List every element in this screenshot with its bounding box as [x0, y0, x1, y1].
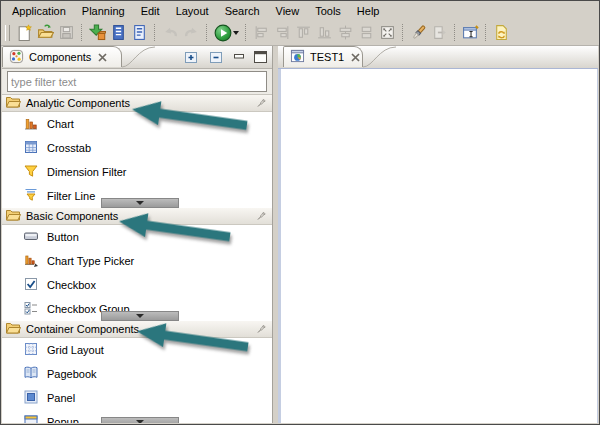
components-tab[interactable]: Components	[2, 46, 122, 67]
align-center-icon	[335, 22, 356, 43]
rename-icon[interactable]	[460, 22, 481, 43]
menu-layout[interactable]: Layout	[168, 3, 217, 19]
editor-tab-row: TEST1	[278, 46, 598, 69]
close-icon[interactable]	[98, 53, 107, 62]
toolbar-separator	[485, 24, 487, 41]
open-folder-icon	[5, 95, 21, 111]
checkbox-group-icon	[23, 300, 39, 318]
toolbar-drag-handle[interactable]	[5, 25, 10, 41]
scroll-down-button[interactable]	[101, 198, 179, 208]
checkbox-icon	[23, 276, 39, 294]
menu-edit[interactable]: Edit	[133, 3, 168, 19]
align-top-icon	[293, 22, 314, 43]
minimize-icon[interactable]	[233, 52, 245, 62]
components-palette-icon	[9, 49, 24, 66]
regenerate-file-icon[interactable]	[491, 22, 512, 43]
run-icon[interactable]	[212, 22, 233, 43]
editor-tab-label: TEST1	[310, 51, 344, 63]
filter-line-icon	[23, 187, 39, 205]
menu-help[interactable]: Help	[349, 3, 388, 19]
components-panel: Components Analytic Components	[2, 46, 273, 423]
palette-item-label: Popup	[47, 416, 79, 423]
toolbar-separator	[154, 24, 156, 41]
pin-icon[interactable]	[255, 97, 267, 110]
popup-icon	[23, 413, 39, 423]
menu-search[interactable]: Search	[217, 3, 268, 19]
toolbar-separator	[402, 24, 404, 41]
palette-item-chart-type-picker[interactable]: Chart Type Picker	[2, 249, 272, 273]
collapse-all-icon[interactable]	[208, 50, 224, 65]
save-icon	[56, 22, 77, 43]
menu-planning[interactable]: Planning	[74, 3, 133, 19]
section-title: Analytic Components	[26, 97, 130, 109]
tab-swoosh	[122, 46, 156, 68]
toolbar-separator	[206, 24, 208, 41]
export-icon	[429, 22, 450, 43]
components-tab-row: Components	[2, 46, 272, 69]
align-bottom-icon	[314, 22, 335, 43]
menu-application[interactable]: Application	[4, 3, 74, 19]
open-folder-icon	[5, 208, 21, 224]
expand-all-icon[interactable]	[183, 50, 199, 65]
application-window: Application Planning Edit Layout Search …	[0, 0, 600, 425]
palette-item-label: Dimension Filter	[47, 166, 126, 178]
align-left-icon	[251, 22, 272, 43]
scroll-down-button[interactable]	[101, 311, 179, 321]
palette-item-crosstab[interactable]: Crosstab	[2, 136, 272, 160]
panel-icon	[23, 389, 39, 407]
toolbar-separator	[81, 24, 83, 41]
filter-input[interactable]	[7, 71, 267, 92]
view-toolbar	[183, 48, 267, 66]
chart-type-picker-icon	[23, 252, 39, 270]
section-header-basic[interactable]: Basic Components	[2, 208, 272, 225]
palette-item-label: Chart	[47, 118, 74, 130]
palette-item-dimension-filter[interactable]: Dimension Filter	[2, 160, 272, 184]
dimension-filter-icon	[23, 163, 39, 181]
pagebook-icon	[23, 365, 39, 383]
install-deploy-icon[interactable]	[87, 22, 108, 43]
section-title: Container Components	[26, 323, 139, 335]
palette-item-label: Panel	[47, 392, 75, 404]
outline-view-icon[interactable]	[129, 22, 150, 43]
palette-item-label: Button	[47, 231, 79, 243]
pin-icon[interactable]	[255, 210, 267, 223]
palette-item-panel[interactable]: Panel	[2, 386, 272, 410]
scroll-down-button[interactable]	[101, 417, 179, 423]
palette-item-grid-layout[interactable]: Grid Layout	[2, 338, 272, 362]
components-view-icon[interactable]	[108, 22, 129, 43]
maximize-icon[interactable]	[254, 51, 267, 63]
palette-item-chart[interactable]: Chart	[2, 112, 272, 136]
new-application-icon[interactable]	[14, 22, 35, 43]
main-toolbar	[1, 20, 599, 46]
editor-area: TEST1	[278, 46, 598, 423]
palette-item-pagebook[interactable]: Pagebook	[2, 362, 272, 386]
palette-item-checkbox[interactable]: Checkbox	[2, 273, 272, 297]
editor-tab-test1[interactable]: TEST1	[283, 46, 363, 67]
open-folder-icon	[5, 321, 21, 337]
theme-brush-icon[interactable]	[408, 22, 429, 43]
close-icon[interactable]	[351, 53, 360, 62]
undo-icon	[160, 22, 181, 43]
components-tab-label: Components	[29, 51, 91, 63]
grid-layout-icon	[23, 341, 39, 359]
button-icon	[23, 228, 39, 246]
palette-item-label: Grid Layout	[47, 344, 104, 356]
run-dropdown-icon[interactable]	[233, 31, 239, 35]
palette-item-button[interactable]: Button	[2, 225, 272, 249]
menu-bar: Application Planning Edit Layout Search …	[1, 1, 599, 20]
toolbar-separator	[454, 24, 456, 41]
section-header-container[interactable]: Container Components	[2, 321, 272, 338]
toolbar-separator	[245, 24, 247, 41]
section-header-analytic[interactable]: Analytic Components	[2, 95, 272, 112]
pin-icon[interactable]	[255, 323, 267, 336]
palette-item-label: Checkbox	[47, 279, 96, 291]
chart-icon	[23, 115, 39, 133]
palette-item-label: Filter Line	[47, 190, 95, 202]
menu-view[interactable]: View	[268, 3, 308, 19]
application-icon	[290, 49, 305, 65]
fit-to-screen-icon[interactable]	[377, 22, 398, 43]
open-icon[interactable]	[35, 22, 56, 43]
menu-tools[interactable]: Tools	[307, 3, 349, 19]
palette-item-label: Crosstab	[47, 142, 91, 154]
design-canvas[interactable]	[278, 69, 598, 423]
